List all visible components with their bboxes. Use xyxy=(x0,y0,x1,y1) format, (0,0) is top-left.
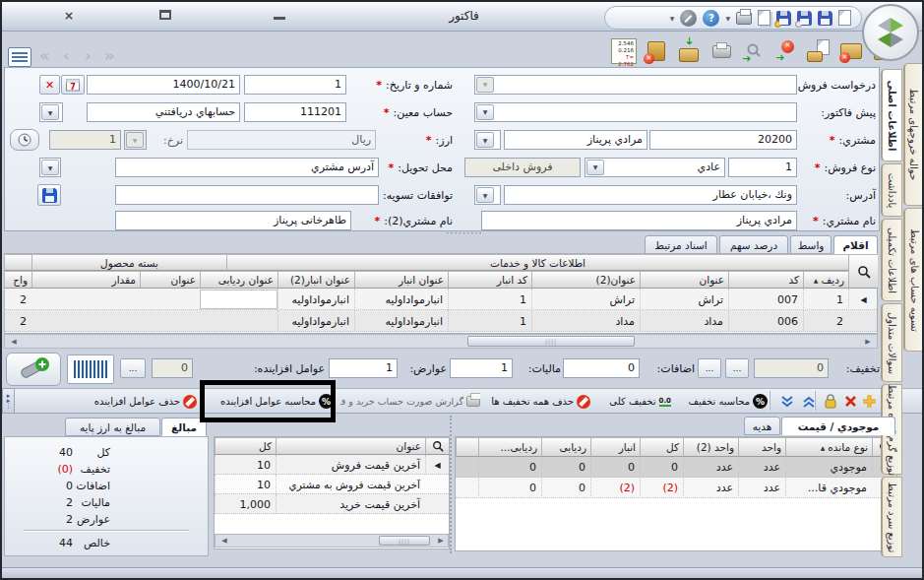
sales-request-combo[interactable]: ▼ xyxy=(474,75,797,95)
cell-tracking2[interactable]: 0 xyxy=(478,457,541,478)
tab-related-docs[interactable]: اسناد مرتبط xyxy=(645,235,717,254)
col-unit[interactable]: واحد xyxy=(738,437,785,457)
side-tab-additional-info[interactable]: اطلاعات تکمیلی xyxy=(881,219,902,301)
proforma-combo[interactable]: ▼ xyxy=(474,102,797,122)
col-warehouse[interactable]: انبار xyxy=(590,437,640,457)
tab-stock-price[interactable]: موجودي / قیمت xyxy=(781,417,895,435)
tab-gift[interactable]: هدیه xyxy=(744,417,780,435)
delete-forward-icon[interactable]: ✕➜ xyxy=(773,38,799,64)
col-tracking2[interactable]: ردیابی... xyxy=(478,437,541,457)
lock-icon[interactable] xyxy=(821,392,837,411)
cell-balance-type[interactable]: موجودي xyxy=(785,457,872,478)
save-as-icon[interactable] xyxy=(797,11,812,26)
date-field[interactable]: 1400/10/21 xyxy=(87,75,240,95)
save-icon[interactable] xyxy=(818,11,832,26)
new-document-icon[interactable] xyxy=(838,10,851,26)
cell-code[interactable]: 007 xyxy=(728,289,803,310)
account-title-field[interactable]: حسابهاي دريافتني xyxy=(87,102,240,122)
duties-field[interactable]: 1 xyxy=(329,358,398,378)
cell-warehouse-title[interactable]: انبارمواداولیه xyxy=(354,289,448,310)
minimize-icon[interactable] xyxy=(274,10,285,20)
cell-total[interactable]: 0 xyxy=(640,457,683,478)
overall-discount-button[interactable]: 0.0تخفیف کلی xyxy=(592,392,671,411)
number-field[interactable]: 1 xyxy=(244,75,346,95)
address-field[interactable]: ونك ،خيابان عطار xyxy=(504,185,797,205)
customer-combo[interactable]: ▼ xyxy=(474,130,501,150)
cell-price-title[interactable]: آخرین قیمت خرید xyxy=(276,494,425,514)
cell-unit[interactable]: 2 xyxy=(4,310,31,332)
close-icon[interactable]: × xyxy=(59,10,79,24)
cell-warehouse-title2[interactable]: انبارمواداولیه xyxy=(277,289,354,310)
nav-first-button[interactable]: « xyxy=(39,43,49,69)
col-tracking-title[interactable]: عنوان ردیابی xyxy=(200,271,277,289)
print-dropdown-icon[interactable]: ▼ xyxy=(725,15,730,22)
side-tab-related-settlements[interactable]: تسویه حساب های مرتبط xyxy=(903,208,924,352)
cell-price-total[interactable]: 10 xyxy=(215,455,276,475)
col-title2[interactable]: عنوان(2) xyxy=(531,271,640,289)
tools-dropdown-icon[interactable]: ▼ xyxy=(670,15,675,22)
cell-price-title[interactable]: آخرین قیمت فروش xyxy=(276,455,425,475)
nav-prev-button[interactable]: ‹ xyxy=(63,43,70,69)
remove-factors-button[interactable]: حذف عوامل افزاینده xyxy=(63,392,197,411)
sale-type-combo[interactable]: عادي▼ xyxy=(585,158,725,177)
receive-box-icon[interactable]: ➜ xyxy=(676,38,702,64)
col-unit2[interactable]: واحد (2) xyxy=(683,437,738,457)
save-disk-icon[interactable] xyxy=(37,184,61,206)
col-row[interactable]: ردیف▲ xyxy=(803,271,848,289)
cell-title[interactable]: مداد xyxy=(640,310,728,332)
cell-unit[interactable]: عدد xyxy=(738,457,785,478)
help-icon[interactable]: ? xyxy=(703,10,719,27)
toolbar-expander[interactable]: ▸▸⋮ xyxy=(2,388,15,414)
sales-report-button[interactable]: گزارش صورت حساب خرید و فروش xyxy=(340,392,480,411)
cell-row[interactable]: 2 xyxy=(803,310,848,332)
cell-unit2[interactable]: عدد xyxy=(683,478,738,498)
tax-field[interactable]: 1 xyxy=(450,358,513,378)
nav-next-button[interactable]: › xyxy=(85,43,92,69)
prices-hscrollbar[interactable]: ◀ ▶ |||| xyxy=(215,534,449,548)
customer2-field[interactable]: طاهرخانی پریناز xyxy=(115,211,351,230)
col-total[interactable]: کل xyxy=(640,437,683,457)
col-title[interactable]: عنوان xyxy=(640,271,728,289)
side-tab-cold-distribution[interactable]: توزیع سرد مرتبط xyxy=(881,477,902,557)
additions-field[interactable]: 0 xyxy=(563,358,640,378)
cell-balance-type[interactable]: موجودي قا... xyxy=(785,478,872,498)
cell-code[interactable]: 006 xyxy=(728,310,803,332)
side-tab-note[interactable]: یادداشت xyxy=(881,163,902,217)
factors-ellipsis-button[interactable]: ... xyxy=(120,358,146,378)
delivery-combo[interactable]: ▼ xyxy=(39,158,61,177)
discount-ellipsis-button[interactable]: ... xyxy=(725,358,749,378)
splitter-handle[interactable]: ········· xyxy=(396,227,533,238)
delivery-field[interactable]: آدرس مشتري xyxy=(115,158,379,177)
tools-icon[interactable] xyxy=(680,10,697,27)
side-tab-main-info[interactable]: اطلاعات اصلی xyxy=(881,69,902,161)
col-warehouse-code[interactable]: کد انبار xyxy=(448,271,531,289)
clear-date-icon[interactable]: ✕ xyxy=(39,75,60,95)
address-combo[interactable]: ▼ xyxy=(474,185,501,205)
search-icon[interactable] xyxy=(425,437,449,455)
cell-warehouse[interactable]: 0 xyxy=(590,457,640,478)
cell-unit2[interactable]: عدد xyxy=(683,457,738,478)
cell-tracking[interactable]: 0 xyxy=(541,478,590,498)
cell-price-title[interactable]: آخرین قیمت فروش به مشتري xyxy=(276,475,425,494)
col-price-total[interactable]: کل xyxy=(215,437,276,455)
cell-warehouse-title2[interactable]: انبارمواداولیه xyxy=(277,310,354,332)
col-code[interactable]: کد xyxy=(728,271,803,289)
cell-title2[interactable]: مداد xyxy=(531,310,640,332)
additions-ellipsis-button[interactable]: ... xyxy=(698,358,721,378)
customer-code-field[interactable]: 20200 xyxy=(649,130,797,150)
cell-row[interactable]: 1 xyxy=(803,289,848,310)
printer-gray-icon[interactable] xyxy=(708,38,734,64)
scrollbar-thumb[interactable]: |||| xyxy=(467,336,635,347)
cell-price-total[interactable]: 10 xyxy=(215,475,276,494)
sale-type-code-field[interactable]: 1 xyxy=(728,158,797,177)
search-icon[interactable] xyxy=(848,254,878,289)
col-warehouse-title2[interactable]: عنوان انبار(2) xyxy=(277,271,354,289)
cell-warehouse[interactable]: (2) xyxy=(590,478,640,498)
cell-tracking[interactable]: 0 xyxy=(541,457,590,478)
collapse-all-icon[interactable] xyxy=(797,392,816,411)
col-warehouse-title[interactable]: عنوان انبار xyxy=(354,271,448,289)
col-price-title[interactable]: عنوان xyxy=(276,437,425,455)
box-delete-icon[interactable]: ✕ xyxy=(838,38,864,64)
add-row-icon[interactable] xyxy=(860,392,877,411)
cell-title[interactable]: تراش xyxy=(640,289,728,310)
